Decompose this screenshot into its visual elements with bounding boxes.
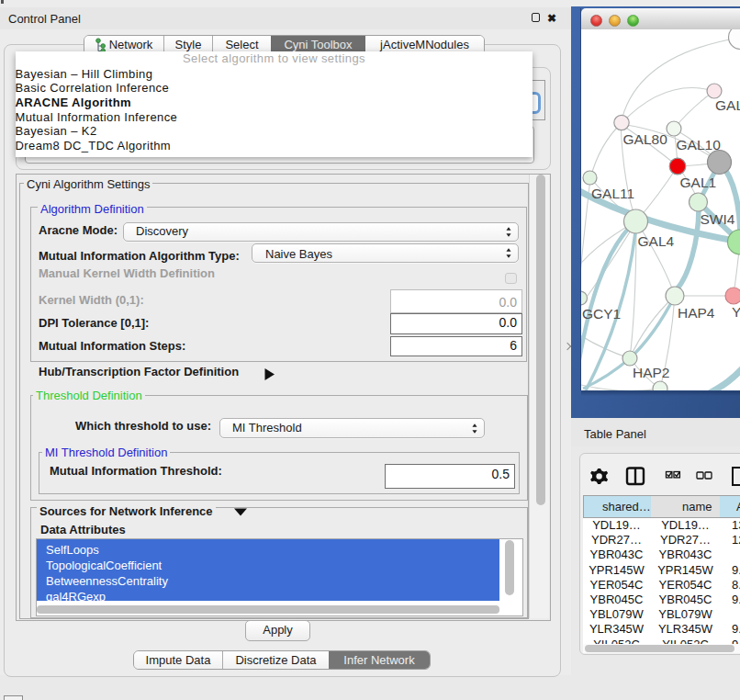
svg-text:Y: Y <box>732 304 740 320</box>
svg-text:SWI4: SWI4 <box>701 211 735 227</box>
svg-text:GAL11: GAL11 <box>591 186 634 201</box>
svg-text:GCY1: GCY1 <box>582 306 621 322</box>
svg-text:GAL4: GAL4 <box>638 233 675 249</box>
svg-text:GAL10: GAL10 <box>677 137 722 152</box>
svg-text:GAL80: GAL80 <box>623 131 668 147</box>
svg-text:GAL1: GAL1 <box>680 175 717 190</box>
svg-text:HAP2: HAP2 <box>633 365 670 380</box>
svg-text:HAP4: HAP4 <box>678 305 715 321</box>
svg-text:GAL: GAL <box>715 97 740 113</box>
